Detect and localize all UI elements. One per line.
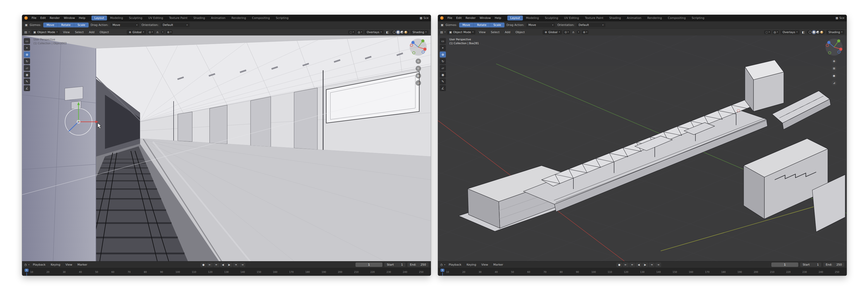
topbar-menu-item[interactable]: Help	[77, 16, 87, 20]
current-frame-field[interactable]: 1	[355, 262, 382, 267]
rotate-tool[interactable]: ↻	[24, 58, 30, 64]
camera-view-icon[interactable]: ◉	[415, 73, 421, 78]
drag-action-dropdown[interactable]: Move ▾	[526, 23, 555, 27]
shading-material-button[interactable]	[401, 31, 403, 34]
workspace-tab[interactable]: Layout	[507, 15, 523, 21]
workspace-tab[interactable]: Sculpting	[126, 15, 145, 21]
gizmo-toggle-button[interactable]: Rotate	[474, 23, 490, 27]
transform-tool[interactable]: ◉	[24, 72, 30, 78]
viewport-scene-station-exterior[interactable]	[438, 35, 847, 261]
shading-dropdown[interactable]: Shading ▾	[826, 30, 844, 34]
timeline-ruler[interactable]: 1 10203040506070809010011012013014015016…	[22, 268, 431, 276]
timeline-menu-item[interactable]: Keying	[49, 262, 62, 267]
topbar-menu-item[interactable]: File	[446, 16, 454, 20]
blender-logo-icon[interactable]	[440, 16, 443, 20]
orientation-dropdown[interactable]: Default ▾	[577, 23, 606, 27]
viewport-menu-item[interactable]: Add	[87, 30, 96, 34]
auto-keying-button[interactable]: ●	[200, 262, 207, 267]
snapping-dropdown[interactable]: ▾	[577, 31, 580, 34]
proportional-editing-dropdown[interactable]: ⊚ ▾	[166, 30, 173, 34]
transform-tool[interactable]: ◉	[440, 72, 446, 78]
workspace-tab[interactable]: Sculpting	[542, 15, 561, 21]
previous-keyframe-button[interactable]: ↞	[214, 262, 219, 267]
viewport-menu-item[interactable]: Add	[503, 30, 512, 34]
timeline-menu-item[interactable]: Marker	[492, 262, 505, 267]
viewport-menu-item[interactable]: Select	[73, 30, 86, 34]
move-tool[interactable]: ⊕	[24, 52, 30, 58]
workspace-tab[interactable]: Scripting	[689, 15, 707, 21]
visibility-dropdown[interactable]: ◌ ▾	[764, 30, 771, 34]
select-box-tool[interactable]: ▭	[440, 38, 446, 44]
shading-solid-button[interactable]	[812, 31, 815, 34]
measure-tool[interactable]: ∠	[24, 85, 30, 91]
camera-view-icon[interactable]: ◉	[832, 73, 837, 78]
shading-dropdown[interactable]: Shading ▾	[410, 30, 429, 34]
timeline-menu-item[interactable]: View	[64, 262, 74, 267]
shading-solid-button[interactable]	[397, 31, 400, 34]
topbar-menu-item[interactable]: File	[30, 16, 38, 20]
next-keyframe-button[interactable]: ↠	[649, 262, 655, 267]
start-frame-field[interactable]: Start 1	[800, 262, 822, 267]
blender-logo-icon[interactable]	[24, 16, 28, 20]
viewport-menu-item[interactable]: Select	[489, 30, 501, 34]
workspace-tab[interactable]: UV Editing	[561, 15, 582, 21]
workspace-tab[interactable]: Texture Paint	[582, 15, 606, 21]
topbar-menu-item[interactable]: Render	[464, 16, 477, 20]
select-box-tool[interactable]: ▭	[24, 38, 30, 44]
rotate-tool[interactable]: ↻	[440, 58, 446, 64]
workspace-tab[interactable]: Compositing	[665, 15, 689, 21]
current-frame-field[interactable]: 1	[771, 262, 798, 267]
timeline-menu-item[interactable]: Playback	[31, 262, 48, 267]
scale-tool[interactable]: ▱	[440, 65, 446, 71]
workspace-tab[interactable]: UV Editing	[145, 15, 166, 21]
xray-toggle-icon[interactable]: ◧	[385, 31, 390, 34]
xray-toggle-icon[interactable]: ◧	[801, 31, 806, 34]
gizmo-toggle-button[interactable]: Scale	[490, 23, 504, 27]
gizmo-toggle-button[interactable]: Move	[43, 23, 58, 27]
playhead[interactable]: 1	[25, 269, 29, 276]
end-frame-field[interactable]: End: 250	[823, 262, 844, 267]
previous-keyframe-button[interactable]: ↞	[629, 262, 635, 267]
workspace-tab[interactable]: Compositing	[249, 15, 273, 21]
topbar-menu-item[interactable]: Help	[493, 16, 503, 20]
workspace-tab[interactable]: Rendering	[644, 15, 664, 21]
workspace-tab[interactable]: Shading	[607, 15, 624, 21]
shading-wireframe-button[interactable]	[393, 31, 396, 34]
cursor-tool[interactable]: ⌖	[440, 45, 446, 51]
gizmos-dropdown[interactable]: ◎ ▾	[356, 30, 364, 34]
jump-to-start-button[interactable]: ⇤	[207, 262, 213, 267]
timeline-editor-icon[interactable]: ◷	[440, 263, 443, 266]
pan-icon[interactable]: ⊞	[415, 66, 421, 71]
topbar-menu-item[interactable]: Edit	[38, 16, 48, 20]
mode-dropdown[interactable]: ▣ Object Mode ▾	[31, 30, 60, 34]
active-tool-icon[interactable]: ▣	[25, 24, 28, 26]
play-reverse-button[interactable]: ◀	[220, 262, 226, 267]
start-frame-field[interactable]: Start 1	[384, 262, 405, 267]
overlays-dropdown[interactable]: Overlays ▾	[365, 30, 384, 34]
overlays-dropdown[interactable]: Overlays ▾	[780, 30, 800, 34]
proportional-editing-dropdown[interactable]: ⊚ ▾	[582, 30, 588, 34]
workspace-tab[interactable]: Modeling	[107, 15, 126, 21]
zoom-icon[interactable]: ⊕	[415, 59, 421, 64]
jump-to-end-button[interactable]: ⇥	[655, 262, 661, 267]
transform-orientation-dropdown[interactable]: ⊕ Global ▾	[542, 30, 562, 34]
jump-to-start-button[interactable]: ⇤	[623, 262, 629, 267]
pan-icon[interactable]: ⊞	[832, 66, 837, 71]
topbar-menu-item[interactable]: Render	[48, 16, 62, 20]
zoom-icon[interactable]: ⊕	[832, 59, 837, 64]
next-keyframe-button[interactable]: ↠	[233, 262, 239, 267]
scene-selector[interactable]: ▦ Sce	[836, 16, 844, 20]
playhead[interactable]: 1	[440, 269, 444, 276]
perspective-toggle-icon[interactable]: ⊿	[415, 80, 421, 86]
timeline-editor-icon[interactable]: ◷	[24, 263, 27, 266]
perspective-toggle-icon[interactable]: ⊿	[832, 80, 837, 86]
timeline-menu-item[interactable]: View	[479, 262, 490, 267]
mode-dropdown[interactable]: ▣ Object Mode ▾	[447, 30, 475, 34]
annotate-tool[interactable]: ✎	[440, 78, 446, 85]
viewport-menu-item[interactable]: Object	[98, 30, 111, 34]
measure-tool[interactable]: ∠	[440, 85, 446, 91]
timeline-menu-item[interactable]: Marker	[76, 262, 89, 267]
play-reverse-button[interactable]: ◀	[636, 262, 642, 267]
transform-orientation-dropdown[interactable]: ⊕ Global ▾	[127, 30, 146, 34]
editor-type-icon[interactable]: ▤	[440, 31, 443, 34]
